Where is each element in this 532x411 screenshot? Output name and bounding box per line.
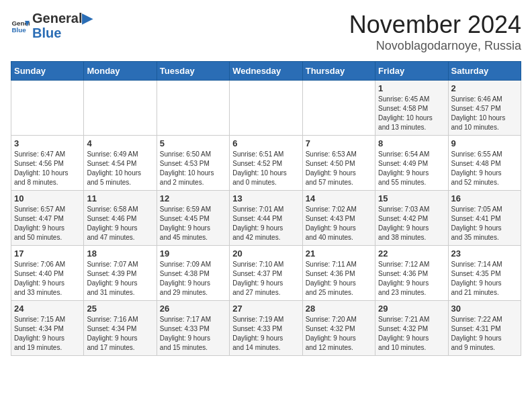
day-number: 20 <box>232 248 299 259</box>
weekday-header-sunday: Sunday <box>11 62 84 81</box>
calendar-cell: 24Sunrise: 7:15 AM Sunset: 4:34 PM Dayli… <box>11 301 84 356</box>
day-info: Sunrise: 7:05 AM Sunset: 4:41 PM Dayligh… <box>451 205 518 242</box>
calendar-cell: 5Sunrise: 6:50 AM Sunset: 4:53 PM Daylig… <box>157 136 229 191</box>
calendar-cell: 4Sunrise: 6:49 AM Sunset: 4:54 PM Daylig… <box>84 136 157 191</box>
day-number: 6 <box>232 138 299 148</box>
calendar-table: SundayMondayTuesdayWednesdayThursdayFrid… <box>11 61 521 356</box>
week-row-5: 24Sunrise: 7:15 AM Sunset: 4:34 PM Dayli… <box>11 301 521 356</box>
day-info: Sunrise: 6:50 AM Sunset: 4:53 PM Dayligh… <box>160 150 226 187</box>
calendar-cell: 27Sunrise: 7:19 AM Sunset: 4:33 PM Dayli… <box>230 301 302 356</box>
day-info: Sunrise: 7:12 AM Sunset: 4:36 PM Dayligh… <box>378 260 445 298</box>
calendar-cell: 1Sunrise: 6:45 AM Sunset: 4:58 PM Daylig… <box>375 81 448 136</box>
header: General Blue General▶ Blue November 2024… <box>11 11 521 53</box>
weekday-header-saturday: Saturday <box>448 62 521 81</box>
calendar-cell: 15Sunrise: 7:03 AM Sunset: 4:42 PM Dayli… <box>375 191 448 246</box>
calendar-cell <box>84 81 157 136</box>
calendar-cell: 16Sunrise: 7:05 AM Sunset: 4:41 PM Dayli… <box>448 191 521 246</box>
day-number: 28 <box>306 304 372 314</box>
day-number: 11 <box>87 193 153 203</box>
week-row-4: 17Sunrise: 7:06 AM Sunset: 4:40 PM Dayli… <box>11 246 521 301</box>
calendar-cell: 23Sunrise: 7:14 AM Sunset: 4:35 PM Dayli… <box>448 246 521 301</box>
calendar-cell: 11Sunrise: 6:58 AM Sunset: 4:46 PM Dayli… <box>84 191 157 246</box>
calendar-cell: 22Sunrise: 7:12 AM Sunset: 4:36 PM Dayli… <box>375 246 448 301</box>
calendar-cell: 14Sunrise: 7:02 AM Sunset: 4:43 PM Dayli… <box>302 191 375 246</box>
calendar-cell: 30Sunrise: 7:22 AM Sunset: 4:31 PM Dayli… <box>448 301 521 356</box>
month-title: November 2024 <box>349 11 521 39</box>
weekday-header-thursday: Thursday <box>302 62 375 81</box>
calendar-cell: 28Sunrise: 7:20 AM Sunset: 4:32 PM Dayli… <box>302 301 375 356</box>
weekday-header-tuesday: Tuesday <box>157 62 229 81</box>
day-number: 8 <box>378 138 445 148</box>
day-info: Sunrise: 6:58 AM Sunset: 4:46 PM Dayligh… <box>87 205 153 242</box>
calendar-cell: 29Sunrise: 7:21 AM Sunset: 4:32 PM Dayli… <box>375 301 448 356</box>
day-number: 21 <box>306 248 372 259</box>
calendar-cell: 12Sunrise: 6:59 AM Sunset: 4:45 PM Dayli… <box>157 191 229 246</box>
day-info: Sunrise: 7:11 AM Sunset: 4:36 PM Dayligh… <box>306 260 372 298</box>
weekday-header-monday: Monday <box>84 62 157 81</box>
day-info: Sunrise: 7:19 AM Sunset: 4:33 PM Dayligh… <box>232 315 299 353</box>
day-number: 30 <box>451 304 518 314</box>
day-number: 1 <box>378 83 445 93</box>
day-number: 24 <box>14 304 81 314</box>
logo: General Blue General▶ Blue <box>11 11 92 40</box>
weekday-header-friday: Friday <box>375 62 448 81</box>
svg-text:Blue: Blue <box>11 26 26 34</box>
day-number: 12 <box>160 193 226 203</box>
day-info: Sunrise: 7:15 AM Sunset: 4:34 PM Dayligh… <box>14 315 81 353</box>
day-info: Sunrise: 6:57 AM Sunset: 4:47 PM Dayligh… <box>14 205 81 242</box>
day-number: 22 <box>378 248 445 259</box>
day-info: Sunrise: 7:07 AM Sunset: 4:39 PM Dayligh… <box>87 260 153 298</box>
day-number: 23 <box>451 248 518 259</box>
day-info: Sunrise: 6:55 AM Sunset: 4:48 PM Dayligh… <box>451 150 518 187</box>
day-info: Sunrise: 6:47 AM Sunset: 4:56 PM Dayligh… <box>14 150 81 187</box>
day-number: 27 <box>232 304 299 314</box>
calendar-cell: 7Sunrise: 6:53 AM Sunset: 4:50 PM Daylig… <box>302 136 375 191</box>
day-info: Sunrise: 7:06 AM Sunset: 4:40 PM Dayligh… <box>14 260 81 298</box>
logo-blue-text: Blue <box>32 26 92 40</box>
logo-icon: General Blue <box>11 16 30 35</box>
day-info: Sunrise: 7:09 AM Sunset: 4:38 PM Dayligh… <box>160 260 226 298</box>
day-number: 26 <box>160 304 226 314</box>
calendar-cell: 3Sunrise: 6:47 AM Sunset: 4:56 PM Daylig… <box>11 136 84 191</box>
day-info: Sunrise: 7:16 AM Sunset: 4:34 PM Dayligh… <box>87 315 153 353</box>
day-number: 10 <box>14 193 81 203</box>
calendar-cell: 17Sunrise: 7:06 AM Sunset: 4:40 PM Dayli… <box>11 246 84 301</box>
day-number: 5 <box>160 138 226 148</box>
day-number: 19 <box>160 248 226 259</box>
day-number: 2 <box>451 83 518 93</box>
calendar-cell: 21Sunrise: 7:11 AM Sunset: 4:36 PM Dayli… <box>302 246 375 301</box>
calendar-cell: 6Sunrise: 6:51 AM Sunset: 4:52 PM Daylig… <box>230 136 302 191</box>
calendar-cell: 18Sunrise: 7:07 AM Sunset: 4:39 PM Dayli… <box>84 246 157 301</box>
title-area: November 2024 Novoblagodarnoye, Russia <box>349 11 521 53</box>
location-title: Novoblagodarnoye, Russia <box>349 39 521 53</box>
day-info: Sunrise: 6:45 AM Sunset: 4:58 PM Dayligh… <box>378 95 445 132</box>
day-info: Sunrise: 7:01 AM Sunset: 4:44 PM Dayligh… <box>232 205 299 242</box>
calendar-cell: 13Sunrise: 7:01 AM Sunset: 4:44 PM Dayli… <box>230 191 302 246</box>
day-info: Sunrise: 7:21 AM Sunset: 4:32 PM Dayligh… <box>378 315 445 353</box>
calendar-cell <box>157 81 229 136</box>
calendar-cell <box>302 81 375 136</box>
day-info: Sunrise: 7:02 AM Sunset: 4:43 PM Dayligh… <box>306 205 372 242</box>
day-info: Sunrise: 6:49 AM Sunset: 4:54 PM Dayligh… <box>87 150 153 187</box>
calendar-cell: 10Sunrise: 6:57 AM Sunset: 4:47 PM Dayli… <box>11 191 84 246</box>
calendar-cell: 20Sunrise: 7:10 AM Sunset: 4:37 PM Dayli… <box>230 246 302 301</box>
day-info: Sunrise: 6:54 AM Sunset: 4:49 PM Dayligh… <box>378 150 445 187</box>
day-number: 29 <box>378 304 445 314</box>
week-row-2: 3Sunrise: 6:47 AM Sunset: 4:56 PM Daylig… <box>11 136 521 191</box>
day-number: 7 <box>306 138 372 148</box>
day-info: Sunrise: 6:53 AM Sunset: 4:50 PM Dayligh… <box>306 150 372 187</box>
logo-general-text: General▶ <box>32 11 92 26</box>
day-info: Sunrise: 7:22 AM Sunset: 4:31 PM Dayligh… <box>451 315 518 353</box>
day-number: 4 <box>87 138 153 148</box>
calendar-cell: 19Sunrise: 7:09 AM Sunset: 4:38 PM Dayli… <box>157 246 229 301</box>
day-number: 25 <box>87 304 153 314</box>
week-row-1: 1Sunrise: 6:45 AM Sunset: 4:58 PM Daylig… <box>11 81 521 136</box>
calendar-cell <box>230 81 302 136</box>
day-number: 3 <box>14 138 81 148</box>
day-number: 9 <box>451 138 518 148</box>
day-info: Sunrise: 7:03 AM Sunset: 4:42 PM Dayligh… <box>378 205 445 242</box>
day-number: 17 <box>14 248 81 259</box>
day-number: 15 <box>378 193 445 203</box>
calendar-cell: 25Sunrise: 7:16 AM Sunset: 4:34 PM Dayli… <box>84 301 157 356</box>
day-info: Sunrise: 6:51 AM Sunset: 4:52 PM Dayligh… <box>232 150 299 187</box>
